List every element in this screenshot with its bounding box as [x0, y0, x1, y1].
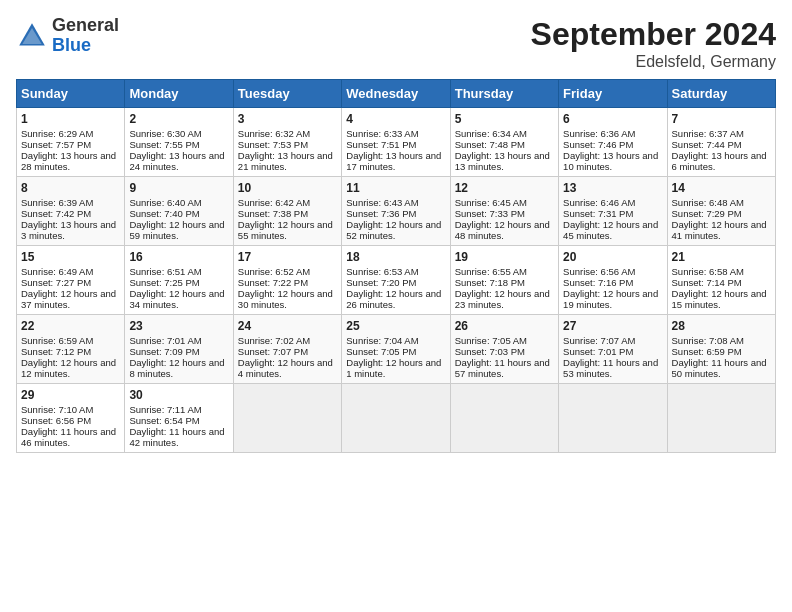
table-row: 15 Sunrise: 6:49 AM Sunset: 7:27 PM Dayl… [17, 246, 776, 315]
day-number: 6 [563, 112, 662, 126]
day-number: 21 [672, 250, 771, 264]
calendar-cell: 13 Sunrise: 6:46 AM Sunset: 7:31 PM Dayl… [559, 177, 667, 246]
page-header: General Blue September 2024 Edelsfeld, G… [16, 16, 776, 71]
calendar-cell: 19 Sunrise: 6:55 AM Sunset: 7:18 PM Dayl… [450, 246, 558, 315]
col-wednesday: Wednesday [342, 80, 450, 108]
daylight: Daylight: 13 hours and 3 minutes. [21, 219, 116, 241]
sunrise: Sunrise: 6:45 AM [455, 197, 527, 208]
sunset: Sunset: 7:05 PM [346, 346, 416, 357]
calendar-cell: 15 Sunrise: 6:49 AM Sunset: 7:27 PM Dayl… [17, 246, 125, 315]
calendar-cell: 29 Sunrise: 7:10 AM Sunset: 6:56 PM Dayl… [17, 384, 125, 453]
day-number: 16 [129, 250, 228, 264]
sunrise: Sunrise: 6:37 AM [672, 128, 744, 139]
day-number: 9 [129, 181, 228, 195]
location: Edelsfeld, Germany [531, 53, 776, 71]
calendar-cell: 22 Sunrise: 6:59 AM Sunset: 7:12 PM Dayl… [17, 315, 125, 384]
sunrise: Sunrise: 7:07 AM [563, 335, 635, 346]
sunrise: Sunrise: 6:53 AM [346, 266, 418, 277]
sunset: Sunset: 7:38 PM [238, 208, 308, 219]
calendar-cell: 14 Sunrise: 6:48 AM Sunset: 7:29 PM Dayl… [667, 177, 775, 246]
calendar-cell: 24 Sunrise: 7:02 AM Sunset: 7:07 PM Dayl… [233, 315, 341, 384]
daylight: Daylight: 13 hours and 21 minutes. [238, 150, 333, 172]
calendar-cell: 21 Sunrise: 6:58 AM Sunset: 7:14 PM Dayl… [667, 246, 775, 315]
daylight: Daylight: 12 hours and 52 minutes. [346, 219, 441, 241]
empty-cell [342, 384, 450, 453]
sunset: Sunset: 7:51 PM [346, 139, 416, 150]
day-number: 20 [563, 250, 662, 264]
sunset: Sunset: 7:25 PM [129, 277, 199, 288]
daylight: Daylight: 12 hours and 26 minutes. [346, 288, 441, 310]
day-number: 30 [129, 388, 228, 402]
logo-icon [16, 20, 48, 52]
day-number: 18 [346, 250, 445, 264]
sunset: Sunset: 7:09 PM [129, 346, 199, 357]
sunset: Sunset: 7:40 PM [129, 208, 199, 219]
col-sunday: Sunday [17, 80, 125, 108]
calendar-cell: 20 Sunrise: 6:56 AM Sunset: 7:16 PM Dayl… [559, 246, 667, 315]
day-number: 23 [129, 319, 228, 333]
daylight: Daylight: 13 hours and 24 minutes. [129, 150, 224, 172]
sunset: Sunset: 6:54 PM [129, 415, 199, 426]
month-year: September 2024 [531, 16, 776, 53]
daylight: Daylight: 12 hours and 19 minutes. [563, 288, 658, 310]
calendar-cell: 3 Sunrise: 6:32 AM Sunset: 7:53 PM Dayli… [233, 108, 341, 177]
daylight: Daylight: 12 hours and 4 minutes. [238, 357, 333, 379]
calendar-cell: 25 Sunrise: 7:04 AM Sunset: 7:05 PM Dayl… [342, 315, 450, 384]
sunrise: Sunrise: 7:02 AM [238, 335, 310, 346]
day-number: 24 [238, 319, 337, 333]
day-number: 15 [21, 250, 120, 264]
calendar-cell: 27 Sunrise: 7:07 AM Sunset: 7:01 PM Dayl… [559, 315, 667, 384]
sunrise: Sunrise: 6:48 AM [672, 197, 744, 208]
daylight: Daylight: 12 hours and 23 minutes. [455, 288, 550, 310]
calendar-cell: 6 Sunrise: 6:36 AM Sunset: 7:46 PM Dayli… [559, 108, 667, 177]
calendar-cell: 17 Sunrise: 6:52 AM Sunset: 7:22 PM Dayl… [233, 246, 341, 315]
sunset: Sunset: 7:57 PM [21, 139, 91, 150]
calendar-cell: 1 Sunrise: 6:29 AM Sunset: 7:57 PM Dayli… [17, 108, 125, 177]
sunrise: Sunrise: 6:55 AM [455, 266, 527, 277]
sunrise: Sunrise: 6:32 AM [238, 128, 310, 139]
sunset: Sunset: 7:36 PM [346, 208, 416, 219]
sunrise: Sunrise: 7:04 AM [346, 335, 418, 346]
calendar-cell: 9 Sunrise: 6:40 AM Sunset: 7:40 PM Dayli… [125, 177, 233, 246]
daylight: Daylight: 13 hours and 13 minutes. [455, 150, 550, 172]
sunset: Sunset: 7:46 PM [563, 139, 633, 150]
sunset: Sunset: 7:27 PM [21, 277, 91, 288]
sunrise: Sunrise: 6:49 AM [21, 266, 93, 277]
sunrise: Sunrise: 6:36 AM [563, 128, 635, 139]
sunset: Sunset: 7:01 PM [563, 346, 633, 357]
sunrise: Sunrise: 6:29 AM [21, 128, 93, 139]
sunset: Sunset: 7:18 PM [455, 277, 525, 288]
day-number: 13 [563, 181, 662, 195]
daylight: Daylight: 12 hours and 34 minutes. [129, 288, 224, 310]
day-number: 17 [238, 250, 337, 264]
day-number: 7 [672, 112, 771, 126]
calendar-cell: 26 Sunrise: 7:05 AM Sunset: 7:03 PM Dayl… [450, 315, 558, 384]
daylight: Daylight: 12 hours and 37 minutes. [21, 288, 116, 310]
calendar-table: Sunday Monday Tuesday Wednesday Thursday… [16, 79, 776, 453]
sunset: Sunset: 7:03 PM [455, 346, 525, 357]
day-number: 2 [129, 112, 228, 126]
day-number: 28 [672, 319, 771, 333]
sunset: Sunset: 7:53 PM [238, 139, 308, 150]
empty-cell [233, 384, 341, 453]
day-number: 26 [455, 319, 554, 333]
day-number: 4 [346, 112, 445, 126]
calendar-cell: 12 Sunrise: 6:45 AM Sunset: 7:33 PM Dayl… [450, 177, 558, 246]
empty-cell [667, 384, 775, 453]
sunrise: Sunrise: 6:58 AM [672, 266, 744, 277]
sunrise: Sunrise: 7:01 AM [129, 335, 201, 346]
sunrise: Sunrise: 7:05 AM [455, 335, 527, 346]
calendar-cell: 16 Sunrise: 6:51 AM Sunset: 7:25 PM Dayl… [125, 246, 233, 315]
day-number: 8 [21, 181, 120, 195]
sunrise: Sunrise: 6:40 AM [129, 197, 201, 208]
sunrise: Sunrise: 6:56 AM [563, 266, 635, 277]
calendar-cell: 28 Sunrise: 7:08 AM Sunset: 6:59 PM Dayl… [667, 315, 775, 384]
col-friday: Friday [559, 80, 667, 108]
daylight: Daylight: 11 hours and 57 minutes. [455, 357, 550, 379]
daylight: Daylight: 12 hours and 15 minutes. [672, 288, 767, 310]
day-number: 29 [21, 388, 120, 402]
sunset: Sunset: 7:07 PM [238, 346, 308, 357]
daylight: Daylight: 12 hours and 30 minutes. [238, 288, 333, 310]
day-number: 5 [455, 112, 554, 126]
calendar-cell: 10 Sunrise: 6:42 AM Sunset: 7:38 PM Dayl… [233, 177, 341, 246]
